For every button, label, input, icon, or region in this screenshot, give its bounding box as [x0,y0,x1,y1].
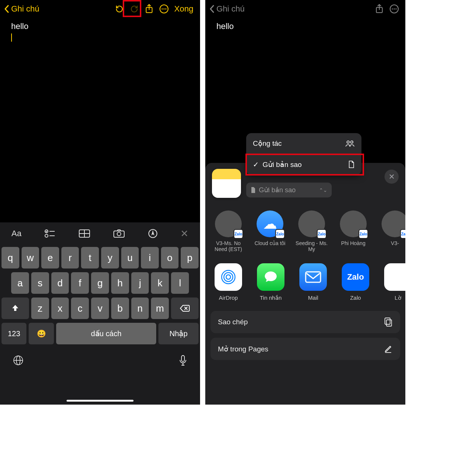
key-k[interactable]: k [151,272,169,294]
avatar: Zalo [340,210,367,237]
zalo-badge: Zalo [275,229,285,239]
share-app[interactable]: Mail [297,263,329,301]
mic-icon[interactable] [178,355,187,367]
shift-key[interactable] [1,298,29,319]
share-button[interactable] [142,1,157,16]
share-app[interactable]: ⋮Lờ [382,263,405,301]
numbers-key[interactable]: 123 [1,323,26,344]
key-y[interactable]: y [101,247,119,268]
key-f[interactable]: f [71,272,89,294]
svg-point-21 [392,8,393,9]
key-o[interactable]: o [161,247,179,268]
svg-point-13 [117,232,121,236]
key-i[interactable]: i [141,247,159,268]
share-app[interactable]: Tin nhắn [254,263,287,301]
key-t[interactable]: t [81,247,99,268]
key-w[interactable]: w [22,247,39,268]
app-name: Tin nhắn [254,295,287,301]
contact[interactable]: ZaloV3-Ms. No Need (EST) [212,210,245,252]
key-j[interactable]: j [131,272,149,294]
contact[interactable]: ZaloV3- [379,210,405,252]
action-label: Mở trong Pages [218,345,268,353]
note-body[interactable]: hello [0,18,200,48]
svg-point-7 [45,234,48,237]
contact[interactable]: ZaloSeeding - Ms. My [295,210,328,252]
svg-point-27 [224,273,233,282]
globe-icon[interactable] [13,355,24,367]
camera-icon[interactable] [113,229,125,238]
option-collaborate[interactable]: Cộng tác [246,133,361,154]
svg-point-22 [393,8,395,9]
share-app[interactable]: AirDrop [212,263,245,301]
space-key[interactable]: dấu cách [56,323,156,344]
keyboard: qwertyuiop asdfghjkl zxcvbnm 123 😀 dấu c… [0,245,200,405]
close-button[interactable]: ✕ [385,170,399,184]
svg-point-4 [165,8,166,9]
key-e[interactable]: e [41,247,59,268]
contacts-row: ZaloV3-Ms. No Need (EST)☁ZaloCloud của t… [205,204,405,256]
checklist-icon[interactable] [44,229,55,238]
contact-name: V3- [379,240,405,246]
emoji-key[interactable]: 😀 [29,323,54,344]
chevron-left-icon [209,4,215,13]
contact[interactable]: ZaloPhi Hoàng [337,210,370,252]
key-u[interactable]: u [121,247,139,268]
more-button[interactable] [387,1,402,16]
action-copy[interactable]: Sao chép [210,311,400,333]
key-p[interactable]: p [181,247,199,268]
key-n[interactable]: n [131,298,149,319]
enter-key[interactable]: Nhập [158,323,199,344]
backspace-key[interactable] [171,298,199,319]
option-label: Cộng tác [253,139,282,148]
key-s[interactable]: s [31,272,49,294]
key-l[interactable]: l [171,272,189,294]
action-edit[interactable]: Mở trong Pages [210,338,400,360]
share-mode-dropdown[interactable]: Gửi bản sao ⌃⌄ [246,183,332,197]
note-text: hello [11,22,189,31]
app-icon: ⋮ [384,263,405,291]
back-button[interactable]: Ghi chú [209,4,245,14]
key-x[interactable]: x [51,298,69,319]
more-button[interactable] [157,1,171,16]
format-button[interactable]: Aa [12,229,22,238]
key-z[interactable]: z [31,298,49,319]
app-icon [299,263,327,291]
phone-right: Ghi chú hello Cộng tác ✓Gửi bản sao Gửi … [205,0,405,405]
back-label: Ghi chú [216,4,245,14]
app-icon [257,263,284,291]
key-d[interactable]: d [51,272,69,294]
document-icon [251,187,256,193]
app-name: Zalo [339,295,372,301]
notes-toolbar: Aa ✕ [0,222,200,245]
key-r[interactable]: r [61,247,79,268]
contact[interactable]: ☁ZaloCloud của tôi [254,210,286,252]
avatar: Zalo [215,210,242,237]
contact-name: V3-Ms. No Need (EST) [212,240,245,252]
chevron-updown-icon: ⌃⌄ [319,187,327,193]
done-button[interactable]: Xong [171,4,196,14]
close-toolbar-icon[interactable]: ✕ [180,228,189,239]
contact-name: Cloud của tôi [254,240,286,246]
key-a[interactable]: a [11,272,29,294]
app-name: AirDrop [212,295,245,301]
back-button[interactable]: Ghi chú [4,4,39,14]
zalo-badge: Zalo [317,229,327,239]
share-button[interactable] [372,1,387,16]
app-name: Mail [297,295,329,301]
key-g[interactable]: g [91,272,109,294]
avatar: Zalo [382,210,405,237]
markup-icon[interactable] [148,229,158,238]
share-app[interactable]: ZaloZalo [339,263,372,301]
home-indicator[interactable] [67,400,134,402]
key-h[interactable]: h [111,272,129,294]
key-q[interactable]: q [1,247,19,268]
key-b[interactable]: b [111,298,129,319]
key-c[interactable]: c [71,298,89,319]
chevron-left-icon [4,4,10,13]
table-icon[interactable] [78,229,90,238]
key-v[interactable]: v [91,298,109,319]
dropdown-label: Gửi bản sao [259,186,316,194]
svg-point-25 [351,141,353,143]
edit-icon [384,344,393,353]
key-m[interactable]: m [151,298,169,319]
